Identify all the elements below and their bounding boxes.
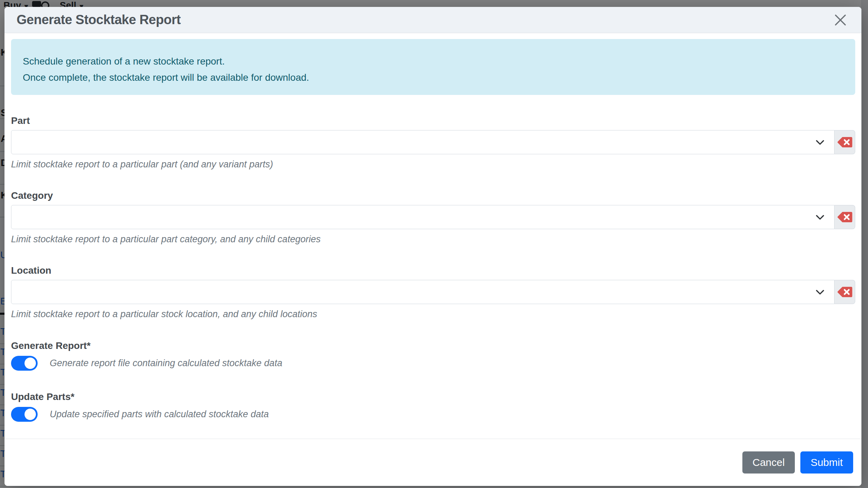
info-alert: Schedule generation of a new stocktake r… bbox=[11, 39, 855, 95]
category-help-text: Limit stocktake report to a particular p… bbox=[11, 234, 855, 245]
modal-header: Generate Stocktake Report bbox=[4, 7, 861, 33]
update-parts-row: Update specified parts with calculated s… bbox=[11, 407, 855, 422]
part-label: Part bbox=[11, 115, 855, 127]
part-select[interactable] bbox=[11, 130, 835, 154]
generate-report-row: Generate report file containing calculat… bbox=[11, 356, 855, 371]
generate-report-help-text: Generate report file containing calculat… bbox=[50, 358, 282, 369]
generate-report-toggle[interactable] bbox=[11, 356, 38, 371]
form-group-category: Category Limit stockta bbox=[11, 190, 855, 245]
close-button[interactable] bbox=[832, 12, 848, 28]
form-group-update-parts: Update Parts* Update specified parts wit… bbox=[11, 391, 855, 422]
category-clear-button[interactable] bbox=[835, 205, 855, 229]
category-label: Category bbox=[11, 190, 855, 202]
location-input-group bbox=[11, 280, 855, 304]
update-parts-help-text: Update specified parts with calculated s… bbox=[50, 409, 269, 420]
generate-report-label: Generate Report* bbox=[11, 340, 855, 352]
update-parts-label: Update Parts* bbox=[11, 391, 855, 403]
modal-footer: Cancel Submit bbox=[4, 439, 861, 486]
toggle-knob bbox=[25, 409, 36, 420]
chevron-down-icon bbox=[814, 286, 826, 298]
submit-button[interactable]: Submit bbox=[800, 451, 853, 474]
alert-line-1: Schedule generation of a new stocktake r… bbox=[23, 56, 843, 67]
close-icon bbox=[833, 13, 848, 27]
alert-line-2: Once complete, the stocktake report will… bbox=[23, 72, 843, 83]
form-group-location: Location Limit stockta bbox=[11, 265, 855, 320]
form-group-generate-report: Generate Report* Generate report file co… bbox=[11, 340, 855, 371]
category-select[interactable] bbox=[11, 205, 835, 229]
location-clear-button[interactable] bbox=[835, 280, 855, 304]
location-select[interactable] bbox=[11, 280, 835, 304]
update-parts-toggle[interactable] bbox=[11, 407, 38, 422]
chevron-down-icon bbox=[814, 136, 826, 148]
location-help-text: Limit stocktake report to a particular s… bbox=[11, 309, 855, 320]
modal-body: Schedule generation of a new stocktake r… bbox=[4, 39, 861, 422]
category-input-group bbox=[11, 205, 855, 229]
backspace-icon bbox=[837, 286, 853, 298]
location-label: Location bbox=[11, 265, 855, 276]
generate-stocktake-report-modal: Generate Stocktake Report Schedule gener… bbox=[4, 7, 861, 486]
backspace-icon bbox=[837, 211, 853, 223]
modal-title: Generate Stocktake Report bbox=[17, 12, 181, 27]
part-clear-button[interactable] bbox=[835, 130, 855, 154]
form-group-part: Part Limit stocktake r bbox=[11, 115, 855, 170]
backspace-icon bbox=[837, 136, 853, 148]
cancel-button[interactable]: Cancel bbox=[742, 451, 794, 474]
part-input-group bbox=[11, 130, 855, 154]
part-help-text: Limit stocktake report to a particular p… bbox=[11, 159, 855, 170]
chevron-down-icon bbox=[814, 211, 826, 223]
toggle-knob bbox=[25, 358, 36, 369]
